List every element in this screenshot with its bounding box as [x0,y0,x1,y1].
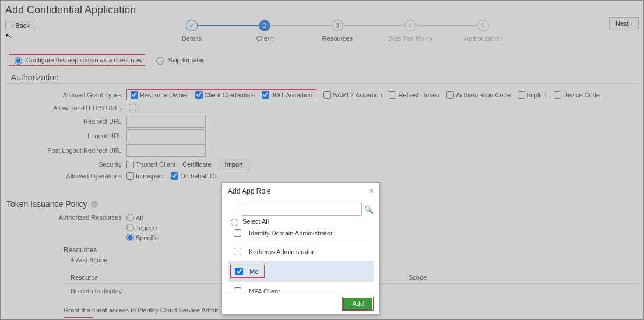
grant-implicit[interactable]: Implicit [518,91,547,99]
role-kerberos-admin[interactable]: Kerberos Administrator [228,242,374,261]
dialog-add-button[interactable]: Add [343,298,372,310]
skip-later-radio[interactable]: Skip for later [153,55,204,65]
non-https-checkbox[interactable] [129,104,136,111]
redirect-url-label: Redirect URL [5,118,126,125]
trusted-client-checkbox[interactable]: Trusted Client [126,161,175,168]
grant-device-code[interactable]: Device Code [554,91,600,99]
non-https-label: Allow non-HTTPS URLs [5,104,126,111]
page-title: Add Confidential Application [1,1,643,17]
step-authorization[interactable]: 5Authorization [446,20,519,42]
grant-resource-owner[interactable]: Resource Owner [131,91,188,99]
logout-url-input[interactable] [126,129,206,142]
step-webtier[interactable]: 4Web Tier Policy [374,20,446,42]
role-search-input[interactable] [242,203,362,216]
dialog-title: Add App Role [228,187,270,195]
grant-saml2[interactable]: SAML2 Assertion [323,91,382,99]
allowed-ops-label: Allowed Operations [5,173,126,180]
role-me[interactable]: Me [228,261,374,282]
close-icon[interactable]: × [369,187,374,195]
wizard-steps: Details 2Client 3Resources 4Web Tier Pol… [71,20,604,42]
redirect-url-input[interactable] [126,115,206,128]
configure-now-radio[interactable]: Configure this application as a client n… [12,55,142,65]
security-label: Security [5,161,126,168]
next-button[interactable]: Next› [609,17,639,29]
authres-all[interactable]: All [126,214,159,221]
search-icon[interactable]: 🔍 [364,205,374,214]
grant-client-credentials[interactable]: Client Credentials [195,91,255,99]
add-role-button[interactable]: +Add [64,318,93,320]
grant-types-label: Allowed Grant Types [5,92,126,99]
select-all-checkbox[interactable]: Select All [228,217,374,226]
grant-jwt-assertion[interactable]: JWT Assertion [262,91,312,99]
introspect-checkbox[interactable]: Introspect [126,172,164,180]
certificate-label: Certificate [182,161,212,168]
post-logout-url-input[interactable] [126,144,206,157]
authorized-resources-label: Authorized Resources [5,214,126,221]
add-app-role-dialog: Add App Role × 🔍 Select All Identity Dom… [221,182,380,315]
authres-specific[interactable]: Specific [126,234,159,241]
role-mfa-client[interactable]: MFA Client [228,282,374,293]
step-client[interactable]: 2Client [228,20,301,42]
plus-icon: + [71,256,74,263]
authorization-section-title: Authorization [5,69,639,84]
grant-refresh-token[interactable]: Refresh Token [389,91,439,99]
import-button[interactable]: Import [219,159,249,170]
post-logout-url-label: Post Logout Redirect URL [5,147,126,154]
role-identity-domain-admin[interactable]: Identity Domain Administrator [228,226,374,242]
step-details[interactable]: Details [155,20,228,42]
chevron-right-icon: › [631,20,632,27]
back-button[interactable]: ‹Back [5,20,36,31]
mouse-cursor: ↖ [5,30,13,41]
chevron-left-icon: ‹ [12,23,13,29]
grant-authorization-code[interactable]: Authorization Code [446,91,511,99]
logout-url-label: Logout URL [5,132,126,139]
add-scope-button[interactable]: +Add Scope [71,256,107,263]
authres-tagged[interactable]: Tagged [126,224,159,231]
step-resources[interactable]: 3Resources [301,20,374,42]
onbehalf-checkbox[interactable]: On behalf Of [171,172,216,180]
info-icon: i [91,201,98,208]
